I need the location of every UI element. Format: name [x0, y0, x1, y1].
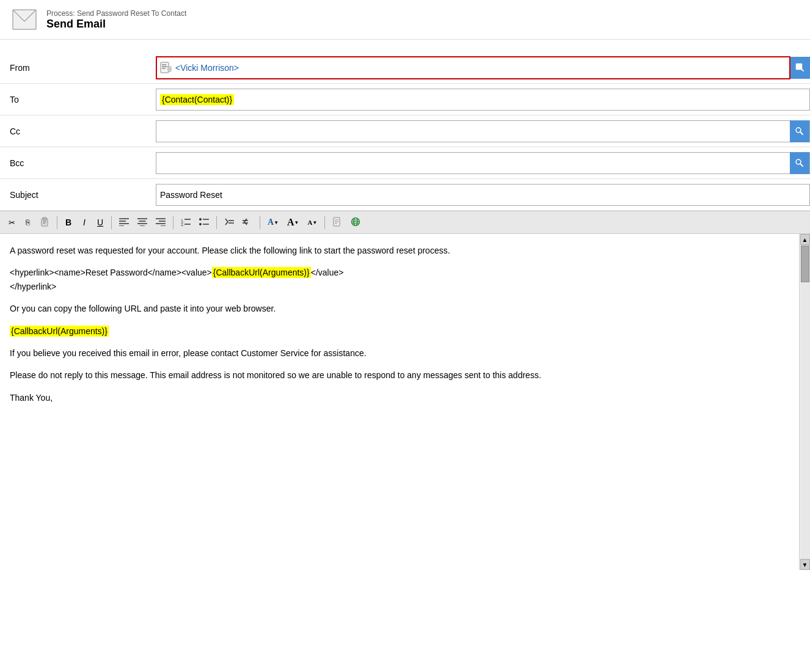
cc-field	[156, 120, 810, 142]
svg-text:2.: 2.	[181, 222, 184, 226]
cut-button[interactable]: ✂	[5, 215, 18, 230]
lookup-icon	[795, 126, 805, 136]
document-icon	[159, 62, 172, 74]
svg-rect-1	[161, 62, 169, 73]
globe-icon	[351, 217, 360, 228]
align-right-button[interactable]	[153, 215, 169, 230]
copy-icon: ⎘	[26, 218, 30, 227]
svg-rect-4	[162, 68, 166, 69]
svg-point-36	[199, 218, 202, 221]
cc-label: Cc	[0, 126, 156, 136]
body-para-2: <hyperlink><name>Reset Password</name><v…	[10, 266, 789, 293]
italic-button[interactable]: I	[78, 215, 91, 230]
from-lookup-button[interactable]	[790, 57, 810, 79]
body-para-3-text: Or you can copy the following URL and pa…	[10, 304, 275, 313]
separator-5	[260, 216, 260, 229]
bcc-lookup-button[interactable]	[790, 152, 809, 174]
font-color-button[interactable]: A ▼	[265, 215, 282, 230]
outdent-icon	[243, 217, 252, 228]
bold-button[interactable]: B	[62, 215, 75, 230]
svg-rect-5	[168, 67, 171, 71]
paste-icon	[40, 217, 49, 228]
cut-icon: ✂	[9, 218, 15, 227]
callback-url-token-2: {CallbackUrl(Arguments)}	[10, 326, 109, 337]
hyperlink-button[interactable]	[348, 215, 363, 230]
body-para-2-end: </hyperlink>	[10, 282, 56, 291]
scrollbar[interactable]: ▲ ▼	[799, 234, 810, 570]
outdent-button[interactable]	[239, 215, 255, 230]
svg-rect-2	[162, 64, 166, 65]
email-body[interactable]: A password reset was requested for your …	[0, 234, 799, 570]
italic-label: I	[83, 217, 86, 227]
cc-lookup-button[interactable]	[790, 120, 809, 142]
ordered-list-icon: 1.2.	[181, 217, 191, 228]
font-color-arrow: ▼	[274, 220, 279, 225]
subject-input[interactable]	[156, 184, 809, 205]
ordered-list-button[interactable]: 1.2.	[178, 215, 194, 230]
align-right-icon	[156, 217, 166, 228]
to-field[interactable]: {Contact(Contact)}	[156, 89, 810, 111]
from-label: From	[0, 63, 156, 73]
envelope-icon	[10, 7, 39, 32]
cc-row: Cc	[0, 115, 810, 147]
subject-label: Subject	[0, 190, 156, 200]
email-body-container: A password reset was requested for your …	[0, 234, 810, 570]
to-label: To	[0, 95, 156, 104]
font-size-down-arrow: ▼	[312, 220, 317, 225]
from-field-inner: <Vicki Morrison>	[159, 62, 787, 74]
from-row: From <Vicki Morrison>	[0, 52, 810, 84]
separator-4	[216, 216, 217, 229]
body-para-2-suffix: </value>	[311, 268, 344, 277]
scroll-track[interactable]	[800, 245, 810, 559]
callback-url-token-1: {CallbackUrl(Arguments)}	[212, 267, 311, 278]
body-para-3: Or you can copy the following URL and pa…	[10, 302, 789, 315]
align-left-button[interactable]	[116, 215, 132, 230]
unordered-list-button[interactable]	[196, 215, 212, 230]
subject-row: Subject	[0, 179, 810, 211]
underline-button[interactable]: U	[93, 215, 107, 230]
font-size-up-arrow: ▼	[294, 220, 299, 225]
body-para-1: A password reset was requested for your …	[10, 244, 789, 257]
editor-toolbar: ✂ ⎘ B I U	[0, 211, 810, 234]
bcc-field	[156, 152, 810, 174]
header-text: Process: Send Password Reset To Contact …	[46, 9, 186, 31]
separator-3	[173, 216, 173, 229]
scroll-down-button[interactable]: ▼	[800, 559, 810, 570]
separator-2	[111, 216, 112, 229]
align-center-button[interactable]	[134, 215, 150, 230]
scroll-up-button[interactable]: ▲	[800, 234, 810, 245]
font-size-down-icon: A	[308, 219, 313, 226]
body-para-4: {CallbackUrl(Arguments)}	[10, 324, 789, 338]
from-field-wrapper: <Vicki Morrison>	[156, 56, 810, 79]
bcc-row: Bcc	[0, 147, 810, 179]
subject-field	[156, 184, 810, 206]
svg-line-12	[800, 132, 803, 134]
body-para-5: If you believe you received this email i…	[10, 346, 789, 360]
body-para-5-text: If you believe you received this email i…	[10, 348, 367, 358]
to-row: To {Contact(Contact)}	[0, 84, 810, 115]
font-size-down-button[interactable]: A ▼	[305, 215, 321, 230]
body-para-6-text: Please do not reply to this message. Thi…	[10, 370, 541, 380]
separator-1	[57, 216, 57, 229]
font-size-up-button[interactable]: A ▼	[284, 215, 302, 230]
bcc-input[interactable]	[156, 153, 790, 173]
svg-rect-16	[43, 217, 46, 220]
paste-button[interactable]	[37, 215, 53, 230]
indent-button[interactable]	[221, 215, 237, 230]
svg-line-14	[800, 164, 803, 166]
scroll-thumb[interactable]	[801, 246, 809, 282]
unordered-list-icon	[199, 217, 209, 228]
copy-button[interactable]: ⎘	[21, 215, 34, 230]
font-color-icon: A	[268, 217, 274, 227]
bold-label: B	[65, 217, 71, 227]
document-icon	[332, 217, 342, 228]
font-size-up-icon: A	[287, 217, 294, 228]
document-button[interactable]	[329, 215, 345, 230]
email-form: From <Vicki Morrison>	[0, 40, 810, 211]
align-left-icon	[119, 217, 129, 228]
header-subtitle: Process: Send Password Reset To Contact	[46, 9, 186, 18]
lookup-icon	[795, 63, 805, 73]
cc-input[interactable]	[156, 121, 790, 142]
from-field[interactable]: <Vicki Morrison>	[156, 56, 790, 79]
from-value: <Vicki Morrison>	[175, 63, 239, 73]
